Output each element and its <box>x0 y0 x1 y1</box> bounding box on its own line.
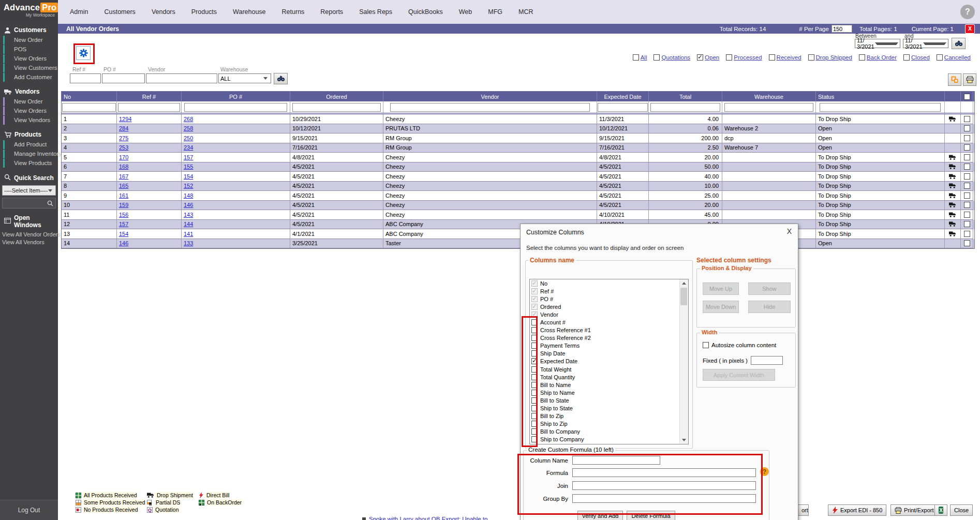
scrollbar-thumb[interactable] <box>680 288 687 305</box>
dialog-column-option-ship-date[interactable]: Ship Date <box>530 350 688 358</box>
status-filter-quotations[interactable]: Quotations <box>654 54 690 61</box>
order-link[interactable]: 159 <box>119 202 128 208</box>
order-link[interactable]: 144 <box>184 221 193 227</box>
column-checkbox[interactable] <box>531 397 538 404</box>
autosize-option[interactable]: Autosize column content <box>703 342 776 348</box>
nav-item-returns[interactable]: Returns <box>282 8 305 16</box>
open-window-item[interactable]: View All Vendors <box>0 239 58 246</box>
order-link[interactable]: 170 <box>119 154 128 160</box>
move-down-button[interactable]: Move Down <box>703 301 739 313</box>
row-checkbox[interactable] <box>964 125 970 131</box>
order-link[interactable]: 148 <box>184 192 193 199</box>
po-search-input[interactable] <box>102 73 145 83</box>
dialog-column-option-expected-date[interactable]: Expected Date <box>530 358 688 365</box>
dialog-column-option-ship-to-state[interactable]: Ship to State <box>530 405 688 412</box>
row-checkbox[interactable] <box>964 231 970 237</box>
row-checkbox[interactable] <box>964 173 970 180</box>
order-link[interactable]: 154 <box>119 231 128 237</box>
export-grid-button[interactable] <box>948 73 961 86</box>
order-link[interactable]: 234 <box>184 144 193 151</box>
order-link[interactable]: 253 <box>119 144 128 151</box>
nav-item-quickbooks[interactable]: QuickBooks <box>408 8 443 16</box>
dialog-column-option-no[interactable]: No <box>530 279 688 287</box>
dialog-column-option-ship-to-company[interactable]: Ship to Company <box>530 436 688 443</box>
row-checkbox[interactable] <box>964 154 970 160</box>
nav-item-vendors[interactable]: Vendors <box>152 8 175 16</box>
column-header-warehouse[interactable]: Warehouse <box>722 92 816 101</box>
column-checkbox[interactable] <box>531 366 538 373</box>
status-filter-received[interactable]: Received <box>769 54 801 61</box>
group-by-input[interactable] <box>572 494 756 503</box>
nav-item-web[interactable]: Web <box>459 8 472 16</box>
status-filter-all[interactable]: All <box>633 54 647 61</box>
open-window-item[interactable]: View All Vendor Orders <box>0 231 58 239</box>
column-filter-input[interactable] <box>184 103 287 112</box>
delete-formula-button[interactable]: Delete Formula <box>627 511 675 520</box>
column-checkbox[interactable] <box>531 421 538 427</box>
search-button[interactable] <box>274 73 288 84</box>
sidebar-item-view-orders[interactable]: View Orders <box>3 107 58 115</box>
nav-item-customers[interactable]: Customers <box>104 8 135 16</box>
sidebar-item-pos[interactable]: POS <box>3 45 58 54</box>
row-checkbox[interactable] <box>964 212 970 218</box>
dialog-column-option-ref-[interactable]: Ref # <box>530 287 688 295</box>
column-checkbox[interactable] <box>531 405 538 411</box>
status-filter-back-order[interactable]: Back Order <box>859 54 897 61</box>
sidebar-item-view-orders[interactable]: View Orders <box>3 54 58 63</box>
status-checkbox[interactable] <box>654 54 660 61</box>
show-button[interactable]: Show <box>748 283 791 295</box>
dialog-column-option-po-[interactable]: PO # <box>530 295 688 303</box>
column-header-ref[interactable]: Ref # <box>117 92 182 101</box>
column-checkbox[interactable] <box>531 390 538 396</box>
nav-item-mcr[interactable]: MCR <box>518 8 533 16</box>
status-filter-closed[interactable]: Closed <box>903 54 930 61</box>
column-checkbox[interactable] <box>531 280 538 287</box>
status-checkbox[interactable] <box>697 54 703 61</box>
sidebar-item-new-order[interactable]: New Order <box>3 97 58 106</box>
row-checkbox[interactable] <box>964 202 970 208</box>
close-icon[interactable]: X <box>787 227 792 235</box>
dialog-column-option-cross-reference-1[interactable]: Cross Reference #1 <box>530 326 688 334</box>
column-filter-input[interactable] <box>820 103 941 112</box>
nav-item-mfg[interactable]: MFG <box>488 8 502 16</box>
excel-export-button[interactable]: X <box>934 504 947 516</box>
nav-item-warehouse[interactable]: Warehouse <box>233 8 265 16</box>
scroll-up-icon[interactable] <box>680 279 688 287</box>
order-link[interactable]: 156 <box>119 212 128 218</box>
column-header-status[interactable]: Status <box>816 92 945 101</box>
column-checkbox[interactable] <box>531 382 538 388</box>
column-checkbox[interactable] <box>531 413 538 419</box>
help-icon[interactable]: ? <box>760 467 769 476</box>
order-link[interactable]: 258 <box>184 125 193 131</box>
column-checkbox[interactable] <box>531 343 538 349</box>
status-filter-drop-shipped[interactable]: Drop Shipped <box>808 54 852 61</box>
hide-button[interactable]: Hide <box>748 301 791 313</box>
row-checkbox[interactable] <box>964 221 970 227</box>
column-filter-input[interactable] <box>724 103 813 112</box>
dialog-column-option-cross-reference-2[interactable]: Cross Reference #2 <box>530 334 688 342</box>
order-link[interactable]: 275 <box>119 135 128 141</box>
per-page-input[interactable] <box>831 25 852 33</box>
hidden-export-button[interactable]: ort <box>797 504 809 516</box>
status-checkbox[interactable] <box>726 54 732 61</box>
sidebar-item-add-customer[interactable]: Add Customer <box>3 73 58 82</box>
dialog-column-option-payment-terms[interactable]: Payment Terms <box>530 342 688 350</box>
row-checkbox[interactable] <box>964 183 970 189</box>
column-filter-input[interactable] <box>292 103 381 112</box>
column-checkbox[interactable] <box>531 311 538 318</box>
move-up-button[interactable]: Move Up <box>703 283 739 295</box>
verify-add-button[interactable]: Verify and Add <box>577 511 623 520</box>
select-all-checkbox[interactable] <box>964 94 970 100</box>
column-checkbox[interactable] <box>531 335 538 341</box>
export-edi-button[interactable]: Export EDI - 850 <box>828 504 886 516</box>
order-link[interactable]: 146 <box>119 240 128 246</box>
dialog-column-option-total-weight[interactable]: Total Weight <box>530 365 688 373</box>
sidebar-item-new-order[interactable]: New Order <box>3 36 58 44</box>
status-checkbox[interactable] <box>633 54 639 61</box>
column-header-ordered[interactable]: Ordered <box>290 92 383 101</box>
row-checkbox[interactable] <box>964 144 970 151</box>
nav-item-reports[interactable]: Reports <box>320 8 343 16</box>
autosize-checkbox[interactable] <box>703 342 709 348</box>
sidebar-item-add-product[interactable]: Add Product <box>3 140 58 149</box>
column-checkbox[interactable] <box>531 350 538 356</box>
